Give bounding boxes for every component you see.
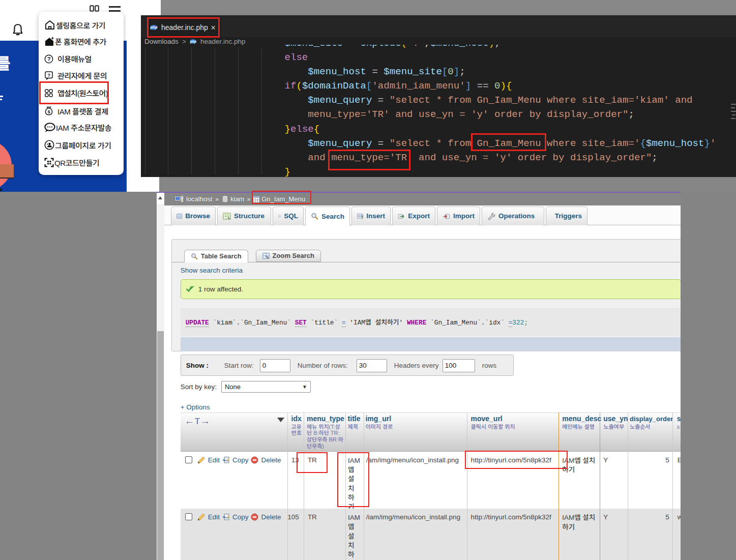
svg-text:?: ? [47, 56, 50, 62]
svg-text:?: ? [47, 72, 50, 78]
svg-text:$: $ [48, 109, 50, 114]
